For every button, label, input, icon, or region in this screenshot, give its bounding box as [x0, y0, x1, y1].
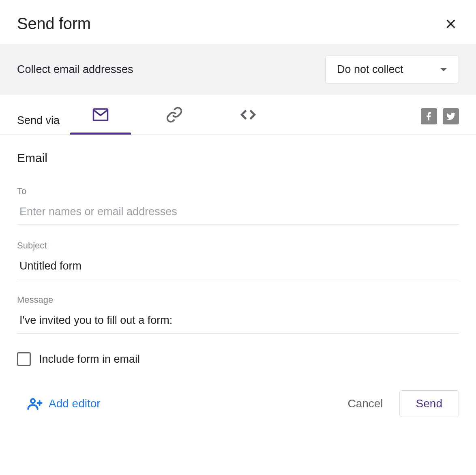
dialog-footer: Add editor Cancel Send — [0, 366, 476, 433]
collect-email-label: Collect email addresses — [17, 63, 133, 76]
link-icon — [166, 106, 183, 123]
add-editor-button[interactable]: Add editor — [17, 396, 101, 412]
send-via-label: Send via — [17, 114, 60, 127]
collect-email-bar: Collect email addresses Do not collect — [0, 44, 476, 95]
twitter-share-button[interactable] — [443, 108, 459, 124]
dialog-title: Send form — [17, 15, 91, 33]
facebook-share-button[interactable] — [421, 108, 437, 124]
tab-embed[interactable] — [234, 106, 262, 135]
subject-input[interactable] — [17, 257, 459, 279]
chevron-down-icon — [440, 66, 447, 73]
send-button[interactable]: Send — [399, 390, 459, 417]
message-label: Message — [17, 295, 459, 305]
tab-email[interactable] — [86, 106, 115, 135]
email-icon — [92, 106, 109, 123]
include-form-label: Include form in email — [39, 353, 140, 366]
facebook-icon — [424, 111, 434, 121]
tab-link[interactable] — [160, 106, 189, 135]
code-icon — [240, 106, 257, 123]
to-input[interactable] — [17, 202, 459, 225]
email-section: Email To Subject Message Include form in… — [0, 135, 476, 366]
person-add-icon — [27, 396, 43, 412]
add-editor-label: Add editor — [49, 397, 101, 410]
include-form-checkbox[interactable] — [17, 352, 31, 366]
cancel-button[interactable]: Cancel — [343, 392, 387, 416]
to-label: To — [17, 186, 459, 197]
email-section-title: Email — [17, 151, 459, 165]
twitter-icon — [446, 111, 456, 121]
dialog-header: Send form — [0, 0, 476, 44]
subject-label: Subject — [17, 240, 459, 251]
include-form-row: Include form in email — [17, 352, 459, 366]
close-button[interactable] — [443, 16, 459, 32]
collect-email-dropdown[interactable]: Do not collect — [325, 56, 459, 83]
send-via-tabs: Send via — [0, 95, 476, 135]
svg-point-1 — [31, 399, 35, 403]
dropdown-selected: Do not collect — [337, 63, 403, 76]
close-icon — [444, 17, 457, 30]
message-input[interactable] — [17, 311, 459, 334]
